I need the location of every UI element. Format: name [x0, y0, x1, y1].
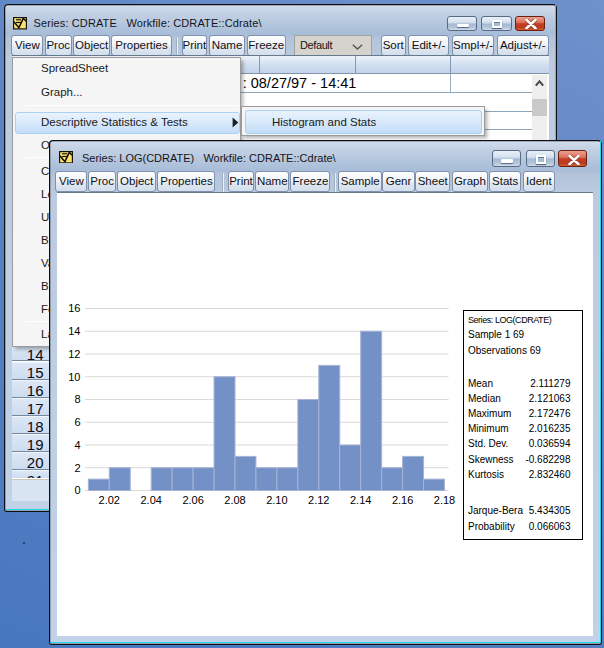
svg-text:10: 10 — [68, 370, 80, 382]
svg-text:12: 12 — [68, 348, 80, 360]
svg-text:2: 2 — [74, 461, 80, 473]
svg-text:14: 14 — [68, 325, 80, 337]
svg-text:2.18: 2.18 — [434, 493, 455, 505]
svg-text:4: 4 — [74, 439, 80, 451]
svg-text:2.14: 2.14 — [350, 493, 371, 505]
svg-text:2.08: 2.08 — [224, 493, 245, 505]
svg-text:2.10: 2.10 — [266, 493, 287, 505]
svg-text:16: 16 — [68, 302, 80, 314]
svg-text:2.04: 2.04 — [140, 493, 161, 505]
svg-text:2.06: 2.06 — [182, 493, 203, 505]
svg-text:2.02: 2.02 — [99, 493, 120, 505]
svg-text:2.16: 2.16 — [392, 493, 413, 505]
svg-text:0: 0 — [74, 484, 80, 496]
svg-text:6: 6 — [74, 416, 80, 428]
svg-text:8: 8 — [74, 393, 80, 405]
svg-text:2.12: 2.12 — [308, 493, 329, 505]
